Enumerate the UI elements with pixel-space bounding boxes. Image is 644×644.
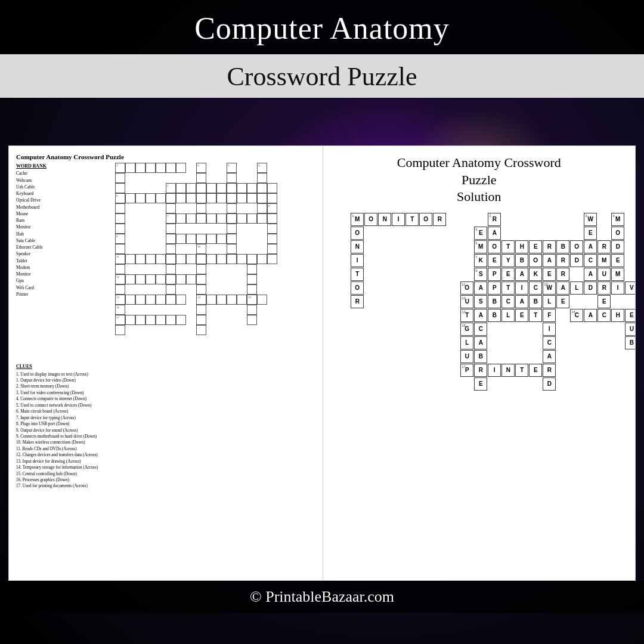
puzzle-area: WORD BANK CacheWebcamUsb CableKeyboardOp… xyxy=(16,163,317,360)
solution-title: Computer Anatomy CrosswordPuzzleSolution xyxy=(397,154,561,206)
crossword-grid-left: .cg { position: absolute; } 1 2 3 4 xyxy=(61,163,317,360)
left-panel-title: Computer Anatomy Crossword Puzzle xyxy=(16,153,317,160)
panel-left: Computer Anatomy Crossword Puzzle WORD B… xyxy=(8,145,323,581)
main-content: Computer Anatomy Crossword Puzzle WORD B… xyxy=(8,145,636,581)
clues-section: CLUES 1. Used to display images or text … xyxy=(16,363,317,490)
footer-text: © PrintableBazaar.com xyxy=(0,588,644,606)
word-bank-label: WORD BANK xyxy=(16,163,58,170)
panel-right: Computer Anatomy CrosswordPuzzleSolution… xyxy=(323,145,636,581)
sub-title: Crossword Puzzle xyxy=(0,61,644,92)
word-list: CacheWebcamUsb CableKeyboardOptical Driv… xyxy=(16,170,58,298)
clues-label: CLUES xyxy=(16,363,317,370)
header-top: Computer Anatomy xyxy=(0,0,644,54)
word-bank-column: WORD BANK CacheWebcamUsb CableKeyboardOp… xyxy=(16,163,58,360)
main-title: Computer Anatomy xyxy=(0,11,644,46)
clues-list: 1. Used to display images or text (Acros… xyxy=(16,371,317,490)
header-sub: Crossword Puzzle xyxy=(0,54,644,98)
footer: © PrintableBazaar.com xyxy=(0,581,644,613)
space-gap xyxy=(0,98,644,145)
solution-grid: 1M O N I T O R 2R A M 3W E B C A M 4M O … xyxy=(351,213,607,499)
